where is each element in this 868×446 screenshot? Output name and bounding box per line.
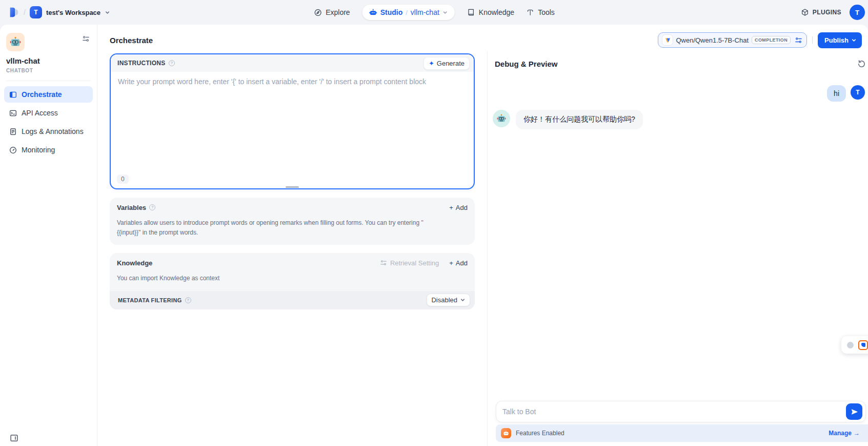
bot-chat-avatar (493, 110, 510, 127)
nav-tools[interactable]: Tools (527, 8, 555, 16)
user-message-bubble: hi (827, 85, 846, 102)
sidebar-item-label: Monitoring (22, 146, 55, 154)
sidebar-item-label: API Access (22, 109, 58, 117)
sidebar-item-orchestrate[interactable]: Orchestrate (4, 86, 93, 103)
orchestrate-config-panel: INSTRUCTIONS ✦ Generate 0 (97, 51, 488, 446)
generate-label: Generate (437, 60, 465, 67)
chevron-down-icon (460, 297, 466, 303)
chat-message-assistant: 你好！有什么问题我可以帮助你吗? (493, 110, 865, 129)
publish-label: Publish (824, 36, 849, 44)
workspace-badge: T (30, 6, 42, 18)
resize-handle[interactable] (286, 186, 299, 188)
workspace-name: test's Workspace (46, 9, 100, 16)
plugin-box-icon (801, 8, 809, 16)
breadcrumb-separator: / (24, 8, 26, 16)
model-selector[interactable]: Qwen/Qwen1.5-7B-Chat COMPLETION (658, 32, 807, 48)
user-avatar[interactable]: T (850, 5, 865, 20)
chevron-down-icon (442, 10, 448, 15)
header-divider (812, 36, 813, 44)
retrieval-setting-button[interactable]: Retrieval Setting (380, 259, 439, 267)
assistant-message-bubble: 你好！有什么问题我可以帮助你吗? (516, 110, 643, 129)
pill-separator: / (406, 9, 408, 16)
workspace-switcher[interactable]: / T test's Workspace (8, 6, 110, 18)
manage-label: Manage (829, 430, 852, 437)
explore-compass-icon (313, 8, 322, 17)
app-sidebar: vllm-chat CHATBOT Orchestrate API Access… (0, 25, 97, 446)
instructions-panel: INSTRUCTIONS ✦ Generate 0 (110, 53, 475, 189)
robot-icon (369, 8, 377, 16)
chat-input-bar (496, 401, 866, 422)
sidebar-item-label: Orchestrate (22, 90, 62, 99)
dify-helper-logo-icon (858, 340, 868, 350)
prompt-editor[interactable] (111, 72, 474, 167)
dify-logo (8, 7, 19, 18)
nav-explore[interactable]: Explore (313, 8, 350, 17)
logs-icon (9, 128, 17, 135)
help-icon[interactable] (185, 297, 191, 303)
sidebar-divider (6, 81, 91, 81)
knowledge-title: Knowledge (117, 259, 152, 267)
nav-studio-active-pill[interactable]: Studio / vllm-chat (362, 5, 455, 20)
arrow-right-icon: → (854, 430, 860, 437)
app-type-label: CHATBOT (6, 68, 91, 73)
plugins-label: PLUGINS (813, 9, 841, 16)
nav-knowledge[interactable]: Knowledge (467, 8, 514, 16)
manage-features-link[interactable]: Manage → (829, 430, 860, 437)
chevron-down-icon (105, 10, 110, 15)
book-icon (467, 8, 475, 16)
publish-button[interactable]: Publish (818, 32, 862, 48)
retrieval-sliders-icon (380, 259, 387, 266)
vllm-icon (662, 35, 673, 45)
nav-current-app: vllm-chat (411, 8, 439, 16)
char-count-badge: 0 (117, 174, 129, 184)
knowledge-section: Knowledge Retrieval Setting + Add (110, 253, 475, 309)
generate-button[interactable]: ✦ Generate (423, 57, 470, 70)
send-button[interactable] (846, 403, 862, 420)
variables-description: Variables allow users to introduce promp… (110, 217, 448, 245)
send-icon (851, 408, 858, 416)
add-label: Add (456, 204, 468, 211)
metadata-filtering-label: METADATA FILTERING (118, 297, 182, 303)
topbar-right: PLUGINS T (801, 5, 861, 20)
features-robot-icon (501, 428, 511, 438)
model-name: Qwen/Qwen1.5-7B-Chat (676, 36, 749, 44)
app-detail-card: vllm-chat CHATBOT Orchestrate API Access… (0, 25, 868, 446)
help-icon[interactable] (169, 60, 175, 66)
knowledge-description: You can import Knowledge as context (110, 273, 448, 290)
main-nav: Explore Studio / vllm-chat Knowledge Too… (313, 0, 555, 25)
features-bar: Features Enabled Manage → (496, 424, 868, 442)
floating-helper-widget[interactable] (841, 336, 868, 354)
nav-knowledge-label: Knowledge (479, 8, 514, 16)
api-access-icon (9, 109, 17, 117)
plugins-button[interactable]: PLUGINS (801, 8, 841, 16)
page-title: Orchestrate (110, 36, 153, 45)
add-label: Add (456, 259, 468, 267)
add-variable-button[interactable]: + Add (449, 204, 468, 211)
debug-preview-panel: Debug & Preview hi T 你好！有什么问题我可以帮助你吗 (488, 51, 868, 446)
sparkle-icon: ✦ (429, 60, 434, 67)
chat-history: hi T 你好！有什么问题我可以帮助你吗? (488, 75, 868, 395)
app-settings-icon[interactable] (82, 35, 90, 43)
metadata-filtering-select[interactable]: Disabled (427, 294, 470, 306)
features-enabled-label: Features Enabled (516, 430, 564, 437)
variables-title: Variables (117, 204, 146, 211)
plus-icon: + (449, 259, 453, 267)
monitoring-gauge-icon (9, 146, 17, 154)
sidebar-item-monitoring[interactable]: Monitoring (4, 142, 93, 158)
sidebar-item-api-access[interactable]: API Access (4, 105, 93, 121)
restart-conversation-icon[interactable] (857, 60, 866, 68)
collapse-sidebar-icon[interactable] (10, 434, 18, 442)
metadata-filtering-value: Disabled (431, 296, 457, 304)
sidebar-item-logs-annotations[interactable]: Logs & Annotations (4, 123, 93, 140)
nav-tools-label: Tools (538, 8, 555, 16)
sidebar-item-label: Logs & Annotations (22, 127, 84, 135)
retrieval-setting-label: Retrieval Setting (390, 259, 439, 267)
add-knowledge-button[interactable]: + Add (449, 259, 468, 267)
nav-explore-label: Explore (326, 8, 350, 16)
model-tune-icon (795, 36, 802, 44)
help-icon[interactable] (149, 204, 155, 210)
model-mode-badge: COMPLETION (752, 36, 791, 44)
orchestrate-icon (9, 91, 17, 99)
app-icon[interactable] (6, 33, 25, 51)
chat-input[interactable] (502, 408, 846, 416)
